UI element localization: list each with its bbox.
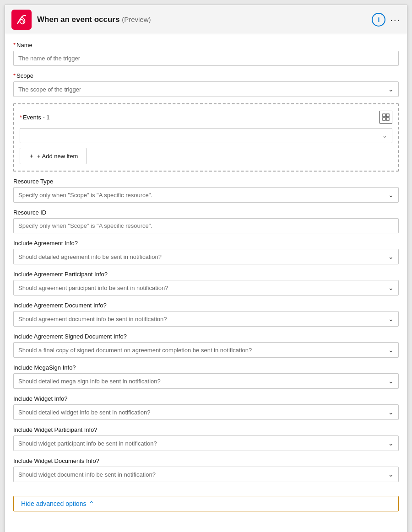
form-body: *Name *Scope The scope of the trigger ⌄ …	[5, 34, 407, 521]
include-widget-participant-info-label: Include Widget Participant Info?	[13, 426, 399, 433]
include-widget-documents-info-chevron-icon: ⌄	[388, 471, 394, 478]
resource-type-chevron-icon: ⌄	[388, 191, 394, 199]
include-widget-participant-info-select[interactable]: Should widget participant info be sent i…	[13, 435, 399, 451]
include-megasign-info-select[interactable]: Should detailed mega sign info be sent i…	[13, 373, 399, 389]
events-select-row: ⌄	[20, 128, 392, 143]
include-widget-participant-info-chevron-icon: ⌄	[388, 440, 394, 447]
include-widget-documents-info-select[interactable]: Should widget document info be sent in n…	[13, 467, 399, 482]
include-agreement-signed-document-info-label: Include Agreement Signed Document Info?	[13, 333, 399, 340]
include-agreement-document-info-select[interactable]: Should agreement document info be sent i…	[13, 311, 399, 327]
include-widget-documents-info-value: Should widget document info be sent in n…	[18, 471, 156, 478]
scope-select[interactable]: The scope of the trigger ⌄	[13, 81, 399, 97]
include-agreement-document-info-value: Should agreement document info be sent i…	[18, 316, 167, 322]
svg-rect-0	[383, 114, 385, 117]
name-field-group: *Name	[13, 42, 399, 66]
include-widget-participant-info-value: Should widget participant info be sent i…	[18, 440, 157, 447]
include-agreement-participant-info-select[interactable]: Should agreement participant info be sen…	[13, 280, 399, 296]
scope-chevron-icon: ⌄	[388, 86, 394, 93]
header-actions: i ···	[372, 13, 401, 27]
events-select[interactable]: ⌄	[20, 128, 392, 143]
include-agreement-participant-info-group: Include Agreement Participant Info? Shou…	[13, 271, 399, 296]
resource-type-value: Specify only when "Scope" is "A specific…	[18, 192, 152, 199]
include-megasign-info-label: Include MegaSign Info?	[13, 364, 399, 371]
hide-advanced-label: Hide advanced options	[21, 500, 86, 507]
include-widget-info-label: Include Widget Info?	[13, 395, 399, 402]
include-agreement-info-group: Include Agreement Info? Should detailed …	[13, 240, 399, 264]
svg-rect-3	[386, 118, 389, 120]
include-widget-info-group: Include Widget Info? Should detailed wid…	[13, 395, 399, 420]
add-item-label: + Add new item	[37, 153, 78, 160]
more-options-button[interactable]: ···	[390, 15, 401, 24]
include-agreement-document-info-chevron-icon: ⌄	[388, 315, 394, 322]
app-logo	[11, 10, 32, 30]
include-widget-info-select[interactable]: Should detailed widget info be sent in n…	[13, 404, 399, 420]
include-agreement-signed-document-info-select[interactable]: Should a final copy of signed document o…	[13, 342, 399, 358]
events-chevron-icon: ⌄	[382, 132, 387, 139]
page-title: When an event occurs (Preview)	[37, 15, 366, 24]
include-agreement-signed-document-info-group: Include Agreement Signed Document Info? …	[13, 333, 399, 358]
name-input[interactable]	[13, 51, 399, 66]
include-widget-info-value: Should detailed widget info be sent in n…	[18, 409, 150, 416]
include-agreement-document-info-group: Include Agreement Document Info? Should …	[13, 302, 399, 327]
svg-rect-1	[386, 114, 389, 117]
scope-label: *Scope	[13, 72, 399, 79]
svg-rect-2	[383, 118, 385, 120]
include-agreement-participant-info-label: Include Agreement Participant Info?	[13, 271, 399, 278]
resource-type-select[interactable]: Specify only when "Scope" is "A specific…	[13, 187, 399, 203]
main-card: When an event occurs (Preview) i ··· *Na…	[5, 5, 407, 532]
include-megasign-info-chevron-icon: ⌄	[388, 377, 394, 385]
include-agreement-participant-info-value: Should agreement participant info be sen…	[18, 285, 168, 291]
include-agreement-info-label: Include Agreement Info?	[13, 240, 399, 247]
include-agreement-document-info-label: Include Agreement Document Info?	[13, 302, 399, 309]
include-agreement-participant-info-chevron-icon: ⌄	[388, 284, 394, 291]
include-agreement-signed-document-info-value: Should a final copy of signed document o…	[18, 347, 252, 354]
events-container: *Events - 1 ⌄ ＋	[13, 103, 399, 172]
include-agreement-signed-document-info-chevron-icon: ⌄	[388, 346, 394, 354]
info-button[interactable]: i	[372, 13, 385, 27]
hide-advanced-options-button[interactable]: Hide advanced options ⌃	[13, 496, 399, 511]
include-megasign-info-group: Include MegaSign Info? Should detailed m…	[13, 364, 399, 389]
include-megasign-info-value: Should detailed mega sign info be sent i…	[18, 378, 161, 385]
add-new-item-button[interactable]: ＋ + Add new item	[20, 148, 87, 164]
include-agreement-info-value: Should detailed agreement info be sent i…	[18, 253, 162, 260]
scope-field-group: *Scope The scope of the trigger ⌄	[13, 72, 399, 97]
resource-type-label: Resource Type	[13, 178, 399, 185]
header: When an event occurs (Preview) i ···	[5, 5, 407, 34]
chevron-up-icon: ⌃	[89, 500, 94, 507]
include-agreement-info-chevron-icon: ⌄	[388, 253, 394, 260]
events-header: *Events - 1	[20, 111, 392, 124]
scope-select-value: The scope of the trigger	[18, 86, 81, 93]
resource-type-field-group: Resource Type Specify only when "Scope" …	[13, 178, 399, 203]
resource-id-field-group: Resource ID	[13, 209, 399, 233]
include-widget-documents-info-group: Include Widget Documents Info? Should wi…	[13, 457, 399, 482]
resource-id-label: Resource ID	[13, 209, 399, 216]
name-label: *Name	[13, 42, 399, 48]
include-agreement-info-select[interactable]: Should detailed agreement info be sent i…	[13, 249, 399, 264]
resource-id-input[interactable]	[13, 218, 399, 233]
include-widget-documents-info-label: Include Widget Documents Info?	[13, 457, 399, 464]
include-widget-info-chevron-icon: ⌄	[388, 408, 394, 416]
events-label: *Events - 1	[20, 114, 50, 121]
add-item-plus-icon: ＋	[28, 152, 34, 160]
include-widget-participant-info-group: Include Widget Participant Info? Should …	[13, 426, 399, 451]
events-config-icon[interactable]	[379, 111, 392, 124]
